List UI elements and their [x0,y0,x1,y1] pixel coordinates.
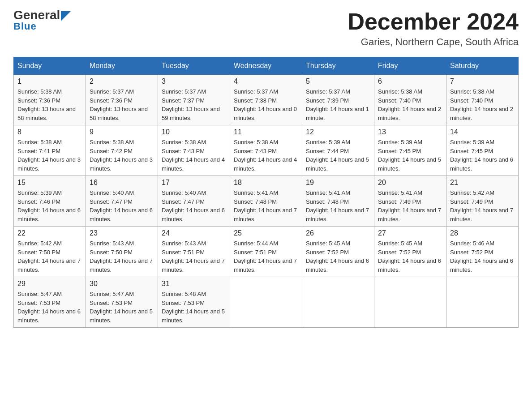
day-info: Sunrise: 5:47 AM Sunset: 7:53 PM Dayligh… [17,290,82,325]
sunrise-label: Sunrise: 5:39 AM [378,139,422,146]
day-number: 10 [162,128,226,136]
sunset-label: Sunset: 7:46 PM [17,198,60,205]
logo-text: General [13,9,66,21]
day-number: 14 [450,128,515,136]
day-number: 5 [306,77,370,86]
day-number: 13 [378,128,442,136]
daylight-label: Daylight: 14 hours and 6 minutes. [17,308,81,324]
daylight-label: Daylight: 13 hours and 59 minutes. [162,106,220,121]
sunrise-label: Sunrise: 5:45 AM [306,240,350,247]
daylight-label: Daylight: 14 hours and 6 minutes. [306,257,369,273]
sunrise-label: Sunrise: 5:37 AM [234,88,278,95]
day-info: Sunrise: 5:38 AM Sunset: 7:40 PM Dayligh… [450,87,515,122]
sunrise-label: Sunrise: 5:48 AM [162,291,206,297]
day-info: Sunrise: 5:37 AM Sunset: 7:36 PM Dayligh… [90,87,154,122]
sunset-label: Sunset: 7:40 PM [450,97,493,104]
table-row: 16 Sunrise: 5:40 AM Sunset: 7:47 PM Dayl… [86,176,158,227]
daylight-label: Daylight: 14 hours and 7 minutes. [17,257,81,273]
day-info: Sunrise: 5:42 AM Sunset: 7:50 PM Dayligh… [17,239,82,274]
day-number: 6 [378,77,442,86]
day-info: Sunrise: 5:39 AM Sunset: 7:44 PM Dayligh… [306,138,370,173]
day-info: Sunrise: 5:38 AM Sunset: 7:41 PM Dayligh… [17,138,82,173]
sunset-label: Sunset: 7:38 PM [234,97,277,104]
day-info: Sunrise: 5:39 AM Sunset: 7:45 PM Dayligh… [378,138,442,173]
day-number: 17 [162,179,226,187]
sunset-label: Sunset: 7:53 PM [162,300,205,306]
day-info: Sunrise: 5:37 AM Sunset: 7:39 PM Dayligh… [306,87,370,122]
sunrise-label: Sunrise: 5:41 AM [378,189,422,196]
daylight-label: Daylight: 14 hours and 7 minutes. [90,257,153,273]
table-row: 13 Sunrise: 5:39 AM Sunset: 7:45 PM Dayl… [374,125,446,176]
sunset-label: Sunset: 7:50 PM [90,249,133,256]
daylight-label: Daylight: 14 hours and 6 minutes. [17,207,81,223]
day-number: 19 [306,179,370,187]
table-row: 19 Sunrise: 5:41 AM Sunset: 7:48 PM Dayl… [302,176,374,227]
calendar-week-row: 15 Sunrise: 5:39 AM Sunset: 7:46 PM Dayl… [14,176,519,227]
daylight-label: Daylight: 14 hours and 6 minutes. [90,207,153,223]
sunset-label: Sunset: 7:43 PM [234,148,277,154]
svg-marker-0 [61,11,71,21]
day-number: 16 [90,179,154,187]
col-saturday: Saturday [446,57,519,75]
day-info: Sunrise: 5:41 AM Sunset: 7:49 PM Dayligh… [378,188,442,223]
day-info: Sunrise: 5:40 AM Sunset: 7:47 PM Dayligh… [90,188,154,223]
table-row: 27 Sunrise: 5:45 AM Sunset: 7:52 PM Dayl… [374,227,446,277]
day-number: 21 [450,179,515,187]
sunrise-label: Sunrise: 5:42 AM [17,240,62,247]
day-info: Sunrise: 5:47 AM Sunset: 7:53 PM Dayligh… [90,290,154,325]
daylight-label: Daylight: 14 hours and 4 minutes. [162,156,225,172]
day-number: 30 [90,280,154,288]
daylight-label: Daylight: 14 hours and 5 minutes. [306,156,369,172]
daylight-label: Daylight: 14 hours and 7 minutes. [450,207,513,223]
table-row [374,277,446,328]
sunrise-label: Sunrise: 5:38 AM [162,139,206,146]
day-number: 12 [306,128,370,136]
daylight-label: Daylight: 14 hours and 5 minutes. [90,308,153,324]
day-info: Sunrise: 5:38 AM Sunset: 7:43 PM Dayligh… [234,138,298,173]
sunrise-label: Sunrise: 5:38 AM [17,88,62,95]
sunrise-label: Sunrise: 5:37 AM [306,88,350,95]
day-info: Sunrise: 5:40 AM Sunset: 7:47 PM Dayligh… [162,188,226,223]
sunrise-label: Sunrise: 5:43 AM [90,240,134,247]
sunset-label: Sunset: 7:41 PM [17,148,60,154]
sunset-label: Sunset: 7:44 PM [306,148,349,154]
day-number: 28 [450,229,515,237]
day-info: Sunrise: 5:45 AM Sunset: 7:52 PM Dayligh… [378,239,442,274]
sunset-label: Sunset: 7:36 PM [90,97,133,104]
calendar-week-row: 8 Sunrise: 5:38 AM Sunset: 7:41 PM Dayli… [14,125,519,176]
day-number: 9 [90,128,154,136]
day-number: 3 [162,77,226,86]
sunrise-label: Sunrise: 5:40 AM [90,189,134,196]
sunrise-label: Sunrise: 5:37 AM [90,88,134,95]
calendar-week-row: 29 Sunrise: 5:47 AM Sunset: 7:53 PM Dayl… [14,277,519,328]
sunset-label: Sunset: 7:53 PM [90,300,133,306]
daylight-label: Daylight: 13 hours and 58 minutes. [17,106,76,121]
day-info: Sunrise: 5:38 AM Sunset: 7:40 PM Dayligh… [378,87,442,122]
day-number: 18 [234,179,298,187]
day-info: Sunrise: 5:43 AM Sunset: 7:51 PM Dayligh… [162,239,226,274]
sunset-label: Sunset: 7:48 PM [306,198,349,205]
daylight-label: Daylight: 14 hours and 4 minutes. [234,156,297,172]
daylight-label: Daylight: 14 hours and 6 minutes. [450,156,513,172]
table-row: 21 Sunrise: 5:42 AM Sunset: 7:49 PM Dayl… [446,176,519,227]
sunrise-label: Sunrise: 5:47 AM [17,291,62,297]
day-info: Sunrise: 5:41 AM Sunset: 7:48 PM Dayligh… [234,188,298,223]
day-info: Sunrise: 5:38 AM Sunset: 7:43 PM Dayligh… [162,138,226,173]
daylight-label: Daylight: 14 hours and 3 minutes. [17,156,81,172]
table-row: 14 Sunrise: 5:39 AM Sunset: 7:45 PM Dayl… [446,125,519,176]
calendar-table: Sunday Monday Tuesday Wednesday Thursday… [13,57,519,328]
day-info: Sunrise: 5:38 AM Sunset: 7:36 PM Dayligh… [17,87,82,122]
table-row: 10 Sunrise: 5:38 AM Sunset: 7:43 PM Dayl… [158,125,230,176]
day-info: Sunrise: 5:43 AM Sunset: 7:50 PM Dayligh… [90,239,154,274]
day-number: 25 [234,229,298,237]
table-row: 23 Sunrise: 5:43 AM Sunset: 7:50 PM Dayl… [86,227,158,277]
calendar-header-row: Sunday Monday Tuesday Wednesday Thursday… [14,57,519,75]
day-info: Sunrise: 5:41 AM Sunset: 7:48 PM Dayligh… [306,188,370,223]
sunset-label: Sunset: 7:36 PM [17,97,60,104]
daylight-label: Daylight: 14 hours and 6 minutes. [378,257,441,273]
sunset-label: Sunset: 7:48 PM [234,198,277,205]
table-row: 30 Sunrise: 5:47 AM Sunset: 7:53 PM Dayl… [86,277,158,328]
day-number: 2 [90,77,154,86]
table-row: 25 Sunrise: 5:44 AM Sunset: 7:51 PM Dayl… [230,227,302,277]
day-info: Sunrise: 5:37 AM Sunset: 7:37 PM Dayligh… [162,87,226,122]
